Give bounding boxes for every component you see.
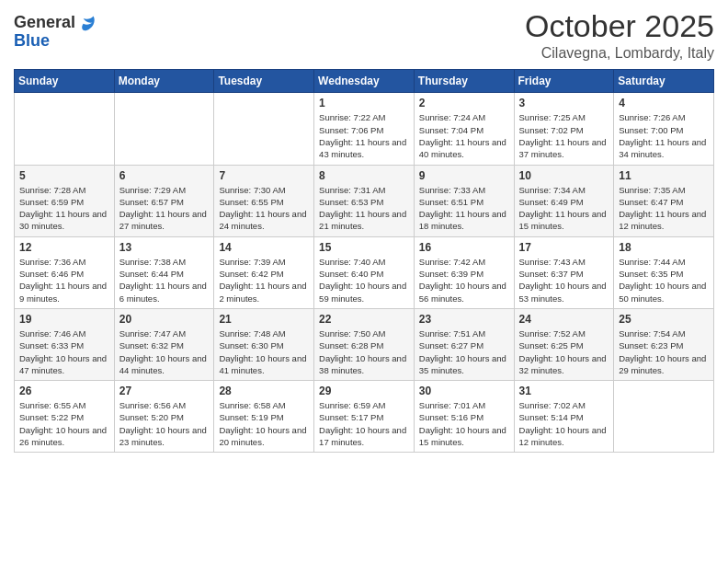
header: General Blue October 2025 Cilavegna, Lom… xyxy=(14,9,714,62)
calendar-cell: 5Sunrise: 7:28 AM Sunset: 6:59 PM Daylig… xyxy=(15,165,115,236)
day-info: Sunrise: 7:51 AM Sunset: 6:27 PM Dayligh… xyxy=(419,327,509,376)
day-number: 8 xyxy=(319,169,409,182)
day-number: 11 xyxy=(619,169,709,182)
calendar-cell: 28Sunrise: 6:58 AM Sunset: 5:19 PM Dayli… xyxy=(214,381,314,453)
day-info: Sunrise: 7:54 AM Sunset: 6:23 PM Dayligh… xyxy=(619,327,709,376)
day-number: 4 xyxy=(619,97,709,109)
calendar-week-row: 19Sunrise: 7:46 AM Sunset: 6:33 PM Dayli… xyxy=(15,308,714,380)
day-info: Sunrise: 7:52 AM Sunset: 6:25 PM Dayligh… xyxy=(519,327,609,376)
calendar-cell: 15Sunrise: 7:40 AM Sunset: 6:40 PM Dayli… xyxy=(314,236,415,308)
day-number: 21 xyxy=(219,313,309,326)
calendar-week-row: 1Sunrise: 7:22 AM Sunset: 7:06 PM Daylig… xyxy=(15,93,714,165)
calendar: SundayMondayTuesdayWednesdayThursdayFrid… xyxy=(14,69,714,453)
calendar-cell: 25Sunrise: 7:54 AM Sunset: 6:23 PM Dayli… xyxy=(614,308,714,380)
day-info: Sunrise: 6:56 AM Sunset: 5:20 PM Dayligh… xyxy=(119,399,210,448)
day-number: 12 xyxy=(19,241,109,254)
calendar-cell xyxy=(614,381,714,453)
day-number: 13 xyxy=(119,241,210,254)
day-info: Sunrise: 7:29 AM Sunset: 6:57 PM Dayligh… xyxy=(119,184,210,233)
day-of-week-header: Thursday xyxy=(414,70,514,93)
calendar-cell xyxy=(214,93,314,165)
day-number: 16 xyxy=(419,241,509,254)
day-info: Sunrise: 7:28 AM Sunset: 6:59 PM Dayligh… xyxy=(19,184,109,233)
day-info: Sunrise: 7:25 AM Sunset: 7:02 PM Dayligh… xyxy=(519,111,609,160)
day-info: Sunrise: 7:38 AM Sunset: 6:44 PM Dayligh… xyxy=(119,256,210,304)
day-number: 1 xyxy=(319,97,409,109)
day-number: 22 xyxy=(319,313,409,326)
calendar-week-row: 26Sunrise: 6:55 AM Sunset: 5:22 PM Dayli… xyxy=(15,381,714,453)
calendar-cell: 31Sunrise: 7:02 AM Sunset: 5:14 PM Dayli… xyxy=(514,381,614,453)
day-number: 14 xyxy=(219,241,309,254)
calendar-cell: 19Sunrise: 7:46 AM Sunset: 6:33 PM Dayli… xyxy=(15,308,115,380)
calendar-cell: 17Sunrise: 7:43 AM Sunset: 6:37 PM Dayli… xyxy=(514,236,614,308)
calendar-cell: 6Sunrise: 7:29 AM Sunset: 6:57 PM Daylig… xyxy=(114,165,214,236)
calendar-cell: 27Sunrise: 6:56 AM Sunset: 5:20 PM Dayli… xyxy=(114,381,214,453)
calendar-cell: 20Sunrise: 7:47 AM Sunset: 6:32 PM Dayli… xyxy=(114,308,214,380)
calendar-cell: 21Sunrise: 7:48 AM Sunset: 6:30 PM Dayli… xyxy=(214,308,314,380)
day-info: Sunrise: 7:22 AM Sunset: 7:06 PM Dayligh… xyxy=(319,111,409,160)
calendar-cell xyxy=(15,93,115,165)
day-info: Sunrise: 7:24 AM Sunset: 7:04 PM Dayligh… xyxy=(419,111,509,160)
day-info: Sunrise: 7:44 AM Sunset: 6:35 PM Dayligh… xyxy=(619,256,709,304)
day-number: 18 xyxy=(619,241,709,254)
day-info: Sunrise: 7:40 AM Sunset: 6:40 PM Dayligh… xyxy=(319,256,409,304)
day-number: 3 xyxy=(519,97,609,109)
calendar-cell: 3Sunrise: 7:25 AM Sunset: 7:02 PM Daylig… xyxy=(514,93,614,165)
day-info: Sunrise: 6:55 AM Sunset: 5:22 PM Dayligh… xyxy=(19,399,109,448)
day-info: Sunrise: 7:36 AM Sunset: 6:46 PM Dayligh… xyxy=(19,256,109,304)
day-info: Sunrise: 7:46 AM Sunset: 6:33 PM Dayligh… xyxy=(19,327,109,376)
calendar-cell: 2Sunrise: 7:24 AM Sunset: 7:04 PM Daylig… xyxy=(414,93,514,165)
day-number: 29 xyxy=(319,385,409,397)
day-info: Sunrise: 6:58 AM Sunset: 5:19 PM Dayligh… xyxy=(219,399,309,448)
day-number: 27 xyxy=(119,385,210,397)
logo-general: General xyxy=(14,14,75,32)
calendar-cell: 29Sunrise: 6:59 AM Sunset: 5:17 PM Dayli… xyxy=(314,381,415,453)
day-number: 10 xyxy=(519,169,609,182)
day-info: Sunrise: 6:59 AM Sunset: 5:17 PM Dayligh… xyxy=(319,399,409,448)
day-of-week-header: Saturday xyxy=(614,70,714,93)
day-info: Sunrise: 7:33 AM Sunset: 6:51 PM Dayligh… xyxy=(419,184,509,233)
day-info: Sunrise: 7:43 AM Sunset: 6:37 PM Dayligh… xyxy=(519,256,609,304)
day-info: Sunrise: 7:26 AM Sunset: 7:00 PM Dayligh… xyxy=(619,111,709,160)
calendar-cell: 11Sunrise: 7:35 AM Sunset: 6:47 PM Dayli… xyxy=(614,165,714,236)
calendar-cell: 24Sunrise: 7:52 AM Sunset: 6:25 PM Dayli… xyxy=(514,308,614,380)
day-number: 28 xyxy=(219,385,309,397)
day-info: Sunrise: 7:34 AM Sunset: 6:49 PM Dayligh… xyxy=(519,184,609,233)
day-of-week-header: Monday xyxy=(114,70,214,93)
logo-blue: Blue xyxy=(14,32,96,51)
calendar-cell: 22Sunrise: 7:50 AM Sunset: 6:28 PM Dayli… xyxy=(314,308,415,380)
calendar-cell: 9Sunrise: 7:33 AM Sunset: 6:51 PM Daylig… xyxy=(414,165,514,236)
calendar-cell: 7Sunrise: 7:30 AM Sunset: 6:55 PM Daylig… xyxy=(214,165,314,236)
month-title: October 2025 xyxy=(525,9,714,43)
calendar-week-row: 12Sunrise: 7:36 AM Sunset: 6:46 PM Dayli… xyxy=(15,236,714,308)
day-of-week-header: Sunday xyxy=(15,70,115,93)
day-info: Sunrise: 7:42 AM Sunset: 6:39 PM Dayligh… xyxy=(419,256,509,304)
calendar-cell: 14Sunrise: 7:39 AM Sunset: 6:42 PM Dayli… xyxy=(214,236,314,308)
calendar-cell: 8Sunrise: 7:31 AM Sunset: 6:53 PM Daylig… xyxy=(314,165,415,236)
calendar-cell: 26Sunrise: 6:55 AM Sunset: 5:22 PM Dayli… xyxy=(15,381,115,453)
day-number: 31 xyxy=(519,385,609,397)
day-info: Sunrise: 7:50 AM Sunset: 6:28 PM Dayligh… xyxy=(319,327,409,376)
calendar-cell: 16Sunrise: 7:42 AM Sunset: 6:39 PM Dayli… xyxy=(414,236,514,308)
day-number: 30 xyxy=(419,385,509,397)
calendar-cell: 12Sunrise: 7:36 AM Sunset: 6:46 PM Dayli… xyxy=(15,236,115,308)
day-of-week-header: Tuesday xyxy=(214,70,314,93)
day-number: 5 xyxy=(19,169,109,182)
calendar-cell xyxy=(114,93,214,165)
calendar-week-row: 5Sunrise: 7:28 AM Sunset: 6:59 PM Daylig… xyxy=(15,165,714,236)
day-number: 19 xyxy=(19,313,109,326)
day-number: 26 xyxy=(19,385,109,397)
logo: General Blue xyxy=(14,14,96,51)
calendar-cell: 18Sunrise: 7:44 AM Sunset: 6:35 PM Dayli… xyxy=(614,236,714,308)
calendar-cell: 23Sunrise: 7:51 AM Sunset: 6:27 PM Dayli… xyxy=(414,308,514,380)
calendar-cell: 13Sunrise: 7:38 AM Sunset: 6:44 PM Dayli… xyxy=(114,236,214,308)
day-info: Sunrise: 7:39 AM Sunset: 6:42 PM Dayligh… xyxy=(219,256,309,304)
day-info: Sunrise: 7:48 AM Sunset: 6:30 PM Dayligh… xyxy=(219,327,309,376)
day-number: 6 xyxy=(119,169,210,182)
day-number: 24 xyxy=(519,313,609,326)
day-number: 15 xyxy=(319,241,409,254)
title-block: October 2025 Cilavegna, Lombardy, Italy xyxy=(525,9,714,62)
day-info: Sunrise: 7:30 AM Sunset: 6:55 PM Dayligh… xyxy=(219,184,309,233)
day-info: Sunrise: 7:31 AM Sunset: 6:53 PM Dayligh… xyxy=(319,184,409,233)
day-number: 25 xyxy=(619,313,709,326)
